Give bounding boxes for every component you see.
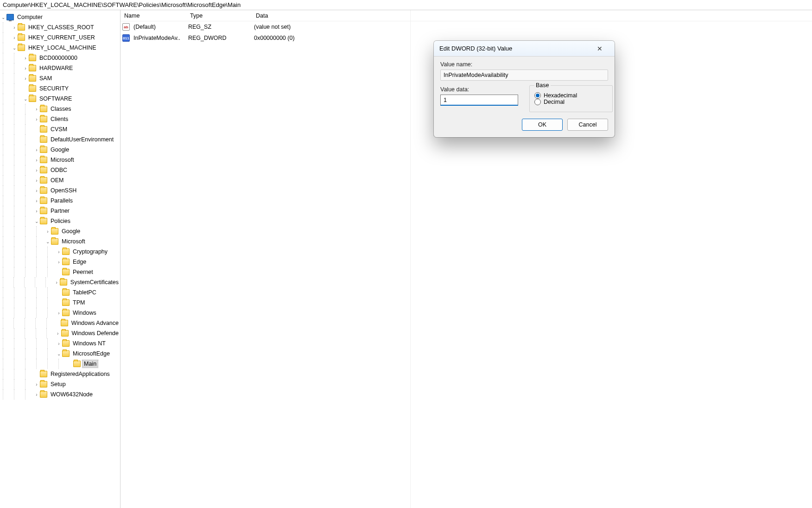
tree-item[interactable]: ›Setup: [0, 379, 120, 389]
tree-item[interactable]: RegisteredApplications: [0, 369, 120, 379]
chevron-down-icon[interactable]: ⌄: [44, 239, 51, 244]
folder-icon: [40, 391, 47, 398]
tree-item[interactable]: ›Parallels: [0, 196, 120, 206]
folder-icon: [60, 279, 67, 286]
folder-icon: [18, 44, 25, 51]
chevron-right-icon[interactable]: ›: [56, 341, 62, 346]
chevron-down-icon[interactable]: ⌄: [22, 96, 29, 102]
table-row[interactable]: ab(Default)REG_SZ(value not set): [121, 21, 812, 32]
chevron-right-icon[interactable]: ›: [33, 107, 40, 112]
chevron-down-icon[interactable]: ⌄: [33, 219, 40, 224]
tree-item[interactable]: ›SystemCertificates: [0, 277, 120, 287]
tree-item[interactable]: ›HKEY_CURRENT_USER: [0, 32, 120, 43]
tree-item[interactable]: ›SAM: [0, 73, 120, 83]
tree-item[interactable]: ›Google: [0, 226, 120, 236]
tree-item[interactable]: ›OpenSSH: [0, 185, 120, 196]
tree-item[interactable]: ›Edge: [0, 257, 120, 267]
list-divider: [410, 10, 411, 508]
chevron-down-icon[interactable]: ⌄: [0, 15, 6, 20]
tree-item[interactable]: ›Partner: [0, 206, 120, 216]
tree-item[interactable]: ›BCD00000000: [0, 53, 120, 63]
chevron-right-icon[interactable]: ›: [33, 198, 40, 203]
tree-item[interactable]: ›Windows Defende: [0, 328, 120, 338]
chevron-right-icon[interactable]: ›: [56, 260, 62, 265]
col-name[interactable]: Name: [121, 11, 186, 20]
tree-item[interactable]: ›OEM: [0, 175, 120, 185]
tree-label: Windows NT: [71, 340, 107, 347]
folder-icon: [62, 289, 70, 296]
col-data[interactable]: Data: [252, 11, 812, 20]
tree-item[interactable]: ›Windows NT: [0, 338, 120, 349]
tree-item[interactable]: ›Windows: [0, 308, 120, 318]
chevron-right-icon[interactable]: ›: [22, 66, 29, 71]
chevron-right-icon[interactable]: ›: [22, 76, 29, 81]
ok-button[interactable]: OK: [522, 119, 563, 131]
folder-icon: [18, 34, 25, 41]
tree-item[interactable]: ›Microsoft: [0, 155, 120, 165]
chevron-down-icon[interactable]: ⌄: [56, 351, 62, 356]
tree-item[interactable]: ›WOW6432Node: [0, 389, 120, 400]
tree-item[interactable]: ›HKEY_CLASSES_ROOT: [0, 22, 120, 32]
tree-label: WOW6432Node: [49, 391, 94, 398]
tree-item[interactable]: ›HARDWARE: [0, 63, 120, 73]
tree-item[interactable]: ›Clients: [0, 114, 120, 124]
folder-icon: [40, 197, 47, 204]
chevron-right-icon[interactable]: ›: [56, 249, 62, 254]
col-type[interactable]: Type: [186, 11, 252, 20]
chevron-right-icon[interactable]: ›: [33, 147, 40, 152]
chevron-right-icon[interactable]: ›: [11, 25, 18, 30]
close-icon[interactable]: ✕: [590, 42, 609, 55]
tree-item[interactable]: ›Cryptography: [0, 247, 120, 257]
tree-item[interactable]: ⌄HKEY_LOCAL_MACHINE: [0, 43, 120, 53]
chevron-right-icon[interactable]: ›: [33, 392, 40, 397]
value-type: REG_SZ: [186, 22, 252, 32]
tree-label: Main: [82, 360, 98, 368]
chevron-right-icon[interactable]: ›: [11, 35, 18, 40]
dialog-titlebar[interactable]: Edit DWORD (32-bit) Value ✕: [434, 41, 615, 57]
tree-label: Peernet: [71, 268, 95, 276]
chevron-right-icon[interactable]: ›: [33, 178, 40, 183]
tree-item[interactable]: ⌄Computer: [0, 12, 120, 22]
tree-item[interactable]: ›ODBC: [0, 165, 120, 175]
tree-item[interactable]: ⌄Policies: [0, 216, 120, 226]
string-value-icon: ab: [122, 23, 130, 31]
chevron-right-icon[interactable]: ›: [33, 168, 40, 173]
tree-item[interactable]: Main: [0, 359, 120, 369]
address-bar[interactable]: Computer\HKEY_LOCAL_MACHINE\SOFTWARE\Pol…: [0, 0, 812, 10]
chevron-right-icon[interactable]: ›: [33, 117, 40, 122]
tree-item[interactable]: SECURITY: [0, 83, 120, 94]
chevron-right-icon[interactable]: ›: [54, 280, 60, 285]
chevron-right-icon[interactable]: ›: [55, 331, 61, 336]
tree-item[interactable]: ›Classes: [0, 104, 120, 114]
radio-hex[interactable]: Hexadecimal: [534, 92, 608, 99]
cancel-button[interactable]: Cancel: [567, 119, 608, 131]
tree-item[interactable]: CVSM: [0, 124, 120, 134]
tree-item[interactable]: TPM: [0, 298, 120, 308]
tree-item[interactable]: Peernet: [0, 267, 120, 277]
folder-icon: [40, 381, 47, 387]
chevron-right-icon[interactable]: ›: [33, 382, 40, 387]
radio-dec[interactable]: Decimal: [534, 99, 608, 105]
tree-pane[interactable]: ⌄Computer›HKEY_CLASSES_ROOT›HKEY_CURRENT…: [0, 10, 121, 508]
chevron-right-icon[interactable]: ›: [22, 56, 29, 61]
chevron-right-icon[interactable]: ›: [33, 209, 40, 214]
tree-item[interactable]: TabletPC: [0, 287, 120, 298]
tree-item[interactable]: ⌄MicrosoftEdge: [0, 349, 120, 359]
tree-item[interactable]: DefaultUserEnvironment: [0, 134, 120, 145]
chevron-down-icon[interactable]: ⌄: [11, 45, 18, 51]
folder-icon: [62, 269, 70, 275]
chevron-right-icon[interactable]: ›: [44, 229, 51, 234]
chevron-right-icon[interactable]: ›: [33, 188, 40, 193]
computer-icon: [6, 14, 14, 20]
folder-icon: [73, 361, 81, 367]
tree-item[interactable]: ›Google: [0, 145, 120, 155]
value-data-input[interactable]: [440, 95, 518, 106]
list-pane[interactable]: Name Type Data ab(Default)REG_SZ(value n…: [121, 10, 812, 508]
chevron-right-icon[interactable]: ›: [33, 158, 40, 163]
dword-value-icon: 011: [122, 34, 130, 42]
tree-item[interactable]: ⌄SOFTWARE: [0, 94, 120, 104]
tree-label: RegisteredApplications: [49, 370, 111, 378]
tree-item[interactable]: ⌄Microsoft: [0, 236, 120, 247]
chevron-right-icon[interactable]: ›: [56, 311, 62, 316]
tree-item[interactable]: Windows Advance: [0, 318, 120, 328]
